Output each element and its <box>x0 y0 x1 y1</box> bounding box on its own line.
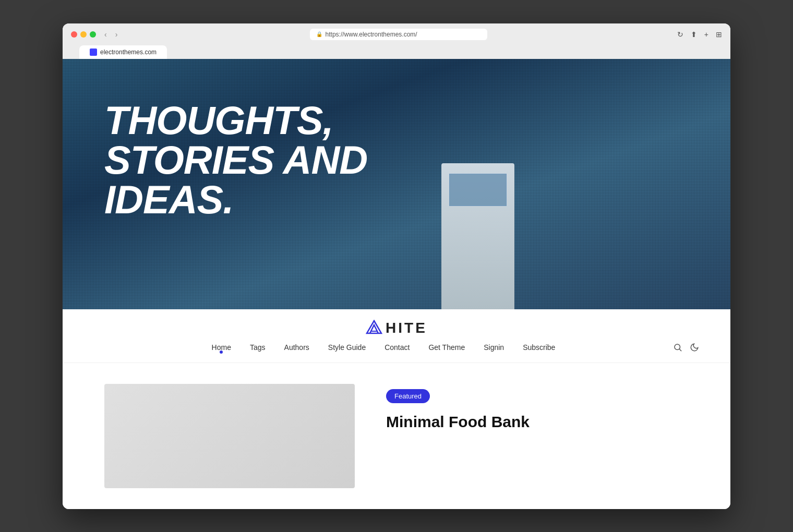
nav-item-home[interactable]: Home <box>212 343 231 352</box>
logo-text: HITE <box>386 320 427 336</box>
url-text: https://www.electronthemes.com/ <box>326 31 417 38</box>
nav-icons <box>673 343 699 352</box>
nav-menu: Home Tags Authors Style Guide Contact Ge… <box>94 343 673 352</box>
hero-headline-line1: THOUGHTS, STORIES AND <box>104 101 463 180</box>
logo-icon <box>366 320 382 336</box>
featured-content: Featured Minimal Food Bank <box>386 384 689 488</box>
traffic-lights <box>71 31 96 38</box>
nav-item-signin[interactable]: Signin <box>484 343 504 352</box>
logo[interactable]: HITE <box>366 320 427 336</box>
search-button[interactable] <box>673 343 682 352</box>
navbar: HITE Home Tags Authors Style Guide Conta… <box>63 309 730 363</box>
featured-image <box>104 384 355 488</box>
tab-bar: electronthemes.com <box>71 45 722 59</box>
browser-chrome: ‹ › 🔒 https://www.electronthemes.com/ ↻ … <box>63 23 730 59</box>
nav-item-authors[interactable]: Authors <box>284 343 309 352</box>
nav-item-contact[interactable]: Contact <box>385 343 410 352</box>
reload-icon[interactable]: ↻ <box>677 30 683 39</box>
hero-headline: THOUGHTS, STORIES AND IDEAS. <box>104 101 463 220</box>
dark-mode-button[interactable] <box>690 343 699 352</box>
featured-badge: Featured <box>386 389 430 403</box>
active-tab[interactable]: electronthemes.com <box>79 45 167 59</box>
nav-item-style-guide[interactable]: Style Guide <box>328 343 366 352</box>
hero-headline-line2: IDEAS. <box>104 180 463 220</box>
minimize-button[interactable] <box>80 31 87 38</box>
new-tab-icon[interactable]: + <box>704 30 708 39</box>
hero-section: THOUGHTS, STORIES AND IDEAS. <box>63 59 730 309</box>
browser-window: ‹ › 🔒 https://www.electronthemes.com/ ↻ … <box>63 23 730 509</box>
nav-item-tags[interactable]: Tags <box>250 343 266 352</box>
featured-title: Minimal Food Bank <box>386 412 689 432</box>
browser-toolbar-right: ↻ ⬆ + ⊞ <box>677 30 722 39</box>
svg-line-3 <box>679 349 681 350</box>
content-area: Featured Minimal Food Bank <box>63 363 730 509</box>
lock-icon: 🔒 <box>316 31 322 37</box>
svg-point-2 <box>675 344 680 350</box>
share-icon[interactable]: ⬆ <box>691 30 697 39</box>
address-bar[interactable]: 🔒 https://www.electronthemes.com/ <box>310 29 487 40</box>
tab-favicon <box>90 49 97 56</box>
forward-button[interactable]: › <box>113 29 120 40</box>
nav-item-subscribe[interactable]: Subscribe <box>523 343 555 352</box>
maximize-button[interactable] <box>90 31 96 38</box>
close-button[interactable] <box>71 31 77 38</box>
back-button[interactable]: ‹ <box>102 29 109 40</box>
browser-nav-buttons: ‹ › <box>102 29 119 40</box>
hero-text: THOUGHTS, STORIES AND IDEAS. <box>104 101 463 220</box>
address-bar-container: 🔒 https://www.electronthemes.com/ <box>126 29 670 40</box>
nav-row: Home Tags Authors Style Guide Contact Ge… <box>94 343 699 352</box>
tab-title: electronthemes.com <box>100 49 157 56</box>
website-content: THOUGHTS, STORIES AND IDEAS. HITE Home <box>63 59 730 509</box>
nav-item-get-theme[interactable]: Get Theme <box>428 343 465 352</box>
grid-view-icon[interactable]: ⊞ <box>716 30 722 39</box>
